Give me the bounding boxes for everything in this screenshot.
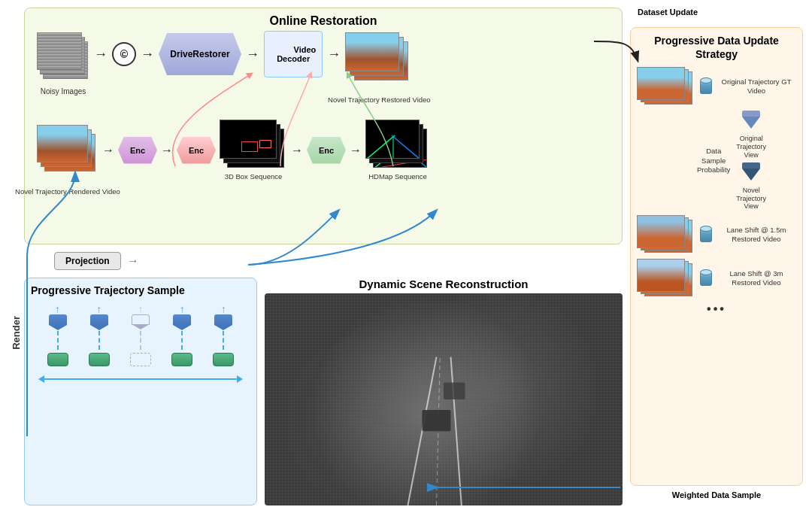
data-sample-row: Data Sample Probability Original Traject… <box>637 111 796 211</box>
enc2-box: Enc <box>177 137 216 164</box>
camera-up-arrow-1: ↑ <box>55 304 60 314</box>
novel-traj-restored-stack: Novel Trajectory Restored Video <box>345 32 413 83</box>
orig-traj-view-label: Original Trajectory View <box>736 135 766 159</box>
box3d-label: 3D Box Sequence <box>220 172 287 181</box>
car-icon-4 <box>171 353 192 366</box>
top-flow-row: Noisy Images → © → DriveRestorer → <box>34 32 613 83</box>
pointcloud-visualization <box>265 293 623 505</box>
cyl-icon-1 <box>700 79 712 94</box>
drive-restorer-box: DriveRestorer <box>159 33 241 75</box>
progressive-traj-title: Progressive Trajectory Sample <box>31 284 250 296</box>
camera-icon-1 <box>49 314 67 325</box>
dynamic-scene-section: Dynamic Scene Reconstruction <box>265 278 623 505</box>
camera-icon-ghost <box>132 314 150 325</box>
svg-rect-10 <box>444 382 465 399</box>
novel-traj-view-label: Novel Trajectory View <box>736 187 766 211</box>
video-decoder-box: Video Decoder <box>264 31 323 77</box>
novel-traj-rendered-stack: Novel Trajectory Rendered Video <box>37 125 98 176</box>
lane-shift-2-item: Lane Shift @ 3m Restored Video <box>637 259 796 298</box>
lane-shift-1-item: Lane Shift @ 1.5m Restored Video <box>637 215 796 254</box>
noisy-images-stack: Noisy Images <box>37 32 89 83</box>
cyl-icon-3 <box>700 271 712 286</box>
arrow-7: → <box>291 144 303 157</box>
online-restoration-title: Online Restoration <box>34 14 613 28</box>
camera-up-arrow-2: ↑ <box>96 304 102 314</box>
data-sample-label: Data Sample Probability <box>697 147 730 175</box>
right-sidebar: Dataset Update Progressive Data Update S… <box>630 8 803 505</box>
svg-line-7 <box>451 357 462 505</box>
bottom-section: Progressive Trajectory Sample ↑ ↑ <box>24 278 623 505</box>
mid-flow-row: Novel Trajectory Rendered Video → Enc → … <box>34 120 613 181</box>
dataset-update-label: Dataset Update <box>630 8 803 23</box>
camera-icon-4 <box>173 314 191 325</box>
hdmap-container: HDMap Sequence <box>365 120 430 181</box>
car-icon-ghost <box>130 353 151 366</box>
arrow-2: → <box>141 47 154 62</box>
svg-line-3 <box>366 135 395 159</box>
car-icon-5 <box>213 353 234 366</box>
enc1-box: Enc <box>118 137 157 164</box>
weighted-data-sample-label: Weighted Data Sample <box>630 490 803 505</box>
render-label: Render <box>11 316 22 350</box>
circle-c-icon: © <box>112 42 136 66</box>
traj-diagram: ↑ ↑ <box>31 301 250 369</box>
camera-up-arrow-4: ↑ <box>180 304 185 314</box>
horizontal-range-arrow <box>31 375 250 383</box>
camera-up-arrow-3: ↑ <box>138 304 143 314</box>
progressive-data-section: Progressive Data Update Strategy Origina… <box>630 27 803 486</box>
orig-traj-item: Original Trajectory GT Video <box>637 67 796 106</box>
svg-rect-9 <box>422 410 450 431</box>
progressive-data-title: Progressive Data Update Strategy <box>637 34 796 61</box>
left-area: Online Restoration Noisy Images → © <box>9 8 623 505</box>
arrow-1: → <box>94 47 108 62</box>
dynamic-scene-title: Dynamic Scene Reconstruction <box>265 278 623 290</box>
lane-shift-2-label: Lane Shift @ 3m Restored Video <box>717 269 796 288</box>
arrow-6: → <box>161 144 173 157</box>
projection-arrow-right: → <box>127 254 139 268</box>
arrow-4: → <box>327 47 341 62</box>
cyl-icon-2 <box>700 227 712 242</box>
dots-indicator: ••• <box>637 302 796 316</box>
online-restoration-section: Online Restoration Noisy Images → © <box>24 8 623 244</box>
enc3-box: Enc <box>307 137 346 164</box>
arrow-3: → <box>246 47 259 62</box>
lane-shift-1-label: Lane Shift @ 1.5m Restored Video <box>717 226 796 244</box>
projection-box: Projection <box>54 252 121 270</box>
car-icon-2 <box>89 353 110 366</box>
arrow-8: → <box>350 144 362 157</box>
sensor-orig-icon <box>742 111 760 132</box>
novel-traj-restored-label: Novel Trajectory Restored Video <box>328 96 431 105</box>
progressive-traj-section: Progressive Trajectory Sample ↑ ↑ <box>24 278 257 505</box>
noisy-images-label: Noisy Images <box>41 87 86 96</box>
sensor-novel-icon <box>742 162 760 184</box>
camera-icon-5 <box>214 314 232 325</box>
orig-traj-label: Original Trajectory GT Video <box>717 77 796 96</box>
novel-traj-rendered-label: Novel Trajectory Rendered Video <box>15 187 120 196</box>
camera-icon-2 <box>90 314 108 325</box>
projection-row: Projection → <box>24 250 623 272</box>
car-icon-1 <box>47 353 68 366</box>
svg-line-4 <box>392 135 420 159</box>
camera-up-arrow-5: ↑ <box>221 304 226 314</box>
box3d-container: 3D Box Sequence <box>220 120 287 181</box>
arrow-5: → <box>102 144 114 157</box>
hdmap-label: HDMap Sequence <box>365 172 430 181</box>
